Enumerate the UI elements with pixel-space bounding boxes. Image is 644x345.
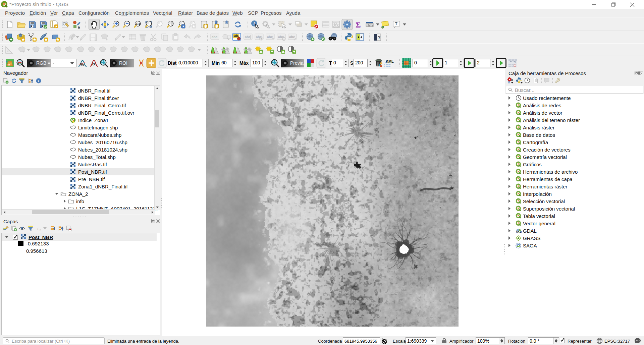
svg-text:?: ? (378, 35, 381, 40)
svg-text:GDAL: GDAL (516, 231, 522, 233)
svg-text:1:1: 1:1 (136, 22, 140, 25)
svg-text:KML: KML (386, 59, 394, 63)
svg-text:T: T (395, 21, 398, 26)
svg-text:abc: abc (289, 35, 295, 39)
svg-text:i: i (253, 21, 255, 26)
svg-text:ab: ab (234, 34, 238, 38)
svg-text:Σ: Σ (356, 20, 361, 29)
svg-text:n: n (40, 228, 41, 231)
svg-text:abc: abc (212, 35, 218, 39)
svg-text:σ: σ (92, 61, 95, 66)
svg-text:a: a (78, 25, 80, 29)
svg-text:ε: ε (37, 226, 39, 231)
svg-text:abc: abc (278, 35, 284, 39)
